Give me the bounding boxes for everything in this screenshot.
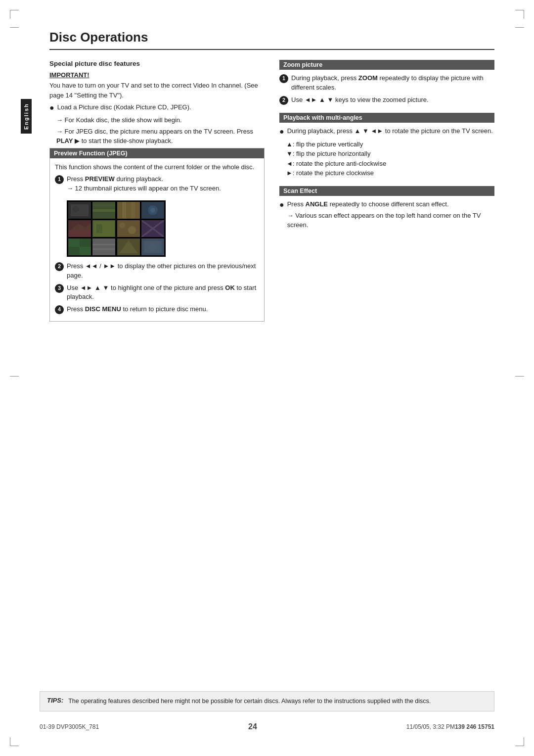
corner-mark-tl — [10, 10, 19, 19]
arrow-text-1: → For Kodak disc, the slide show will be… — [56, 116, 182, 125]
step1-arrow: → 12 thumbnail pictures will appear on t… — [67, 184, 221, 193]
preview-step1: 1 Press PREVIEW during playback. → 12 th… — [55, 175, 259, 195]
corner-mark-br — [515, 737, 524, 746]
page-wrapper: English Disc Operations Special picture … — [0, 0, 534, 756]
main-columns: Special picture disc features IMPORTANT!… — [49, 60, 494, 327]
svg-rect-6 — [117, 202, 140, 219]
corner-mark-tr — [515, 10, 524, 19]
side-mark-left-top — [10, 27, 19, 28]
thumbnail-grid — [67, 200, 166, 257]
svg-rect-4 — [92, 209, 115, 212]
svg-point-11 — [150, 208, 155, 213]
thumb-4 — [141, 202, 164, 219]
section-special-header: Special picture disc features — [49, 60, 265, 67]
step4-circle: 4 — [55, 305, 64, 314]
scan-arrow1: → Various scan effect appears on the top… — [287, 211, 494, 230]
zoom-step1: 1 During playback, press ZOOM repeatedly… — [279, 74, 494, 93]
preview-step3: 3 Use ◄► ▲ ▼ to highlight one of the pic… — [55, 284, 259, 302]
svg-rect-25 — [68, 238, 80, 247]
svg-rect-27 — [92, 238, 115, 255]
multiangle-sub1: ▲: flip the picture vertically — [286, 140, 494, 149]
thumb-5 — [68, 220, 91, 237]
bullet-item-1: ● Load a Picture disc (Kodak Picture CD,… — [49, 103, 265, 113]
svg-rect-7 — [122, 202, 126, 219]
footer: 01-39 DVP3005K_781 24 11/05/05, 3:32 PM1… — [40, 722, 494, 731]
side-mark-left-mid — [10, 376, 19, 377]
scan-arrow-text: → Various scan effect appears on the top… — [287, 211, 494, 230]
svg-rect-28 — [92, 244, 115, 245]
step1-bold: PREVIEW — [85, 175, 115, 183]
svg-point-2 — [72, 206, 79, 213]
preview-function-section: Preview Function (JPEG) This function sh… — [49, 148, 265, 322]
step3-circle: 3 — [55, 284, 64, 293]
footer-left: 01-39 DVP3005K_781 — [40, 723, 99, 730]
arrow-item-1: → For Kodak disc, the slide show will be… — [56, 116, 265, 125]
left-column: Special picture disc features IMPORTANT!… — [49, 60, 265, 327]
scan-bullet-dot: ● — [279, 199, 284, 210]
step2-text: Press ◄◄ / ►► to display the other pictu… — [67, 262, 259, 281]
preview-desc: This function shows the content of the c… — [55, 162, 259, 172]
arrow-item-2: → For JPEG disc, the picture menu appear… — [56, 127, 265, 146]
zoom-step2-circle: 2 — [279, 96, 288, 105]
multiangle-sub4: ►: rotate the picture clockwise — [286, 168, 494, 178]
multiangle-bullet-dot: ● — [279, 126, 284, 137]
preview-step4: 4 Press DISC MENU to return to picture d… — [55, 305, 259, 314]
step1-suffix: during playback. — [115, 175, 163, 183]
sidebar-english-label: English — [21, 99, 32, 134]
important-text: You have to turn on your TV and set to t… — [49, 81, 265, 100]
svg-rect-17 — [96, 224, 102, 233]
bullet-text-1: Load a Picture disc (Kodak Picture CD, J… — [57, 103, 191, 112]
preview-step2: 2 Press ◄◄ / ►► to display the other pic… — [55, 262, 259, 281]
thumb-6 — [92, 220, 115, 237]
thumb-8 — [141, 220, 164, 237]
svg-rect-5 — [92, 204, 115, 206]
tips-label: TIPS: — [47, 697, 63, 704]
multiangle-sub-list: ▲: flip the picture vertically ▼: flip t… — [286, 140, 494, 178]
multiangle-sub2: ▼: flip the picture horizontally — [286, 149, 494, 159]
multiangle-sub3: ◄: rotate the picture anti-clockwise — [286, 159, 494, 169]
scan-bullet1: ● Press ANGLE repeatedly to choose diffe… — [279, 200, 494, 232]
thumb-2 — [92, 202, 115, 219]
svg-rect-8 — [131, 202, 135, 219]
important-label: IMPORTANT! — [49, 71, 265, 79]
zoom-step1-text: During playback, press ZOOM repeatedly t… — [291, 74, 494, 93]
step3-text: Use ◄► ▲ ▼ to highlight one of the pictu… — [67, 284, 259, 302]
footer-right: 11/05/05, 3:32 PM139 246 15751 — [406, 723, 494, 730]
multiangle-container: Playback with multi-angles ● During play… — [279, 113, 494, 178]
scan-bullet-text: Press ANGLE repeatedly to choose differe… — [287, 200, 494, 232]
svg-rect-26 — [80, 247, 91, 255]
step4-text: Press DISC MENU to return to picture dis… — [67, 305, 208, 314]
arrow-text-2: → For JPEG disc, the picture menu appear… — [56, 127, 265, 146]
scan-header: Scan Effect — [279, 186, 494, 196]
multiangle-bullet-text: During playback, press ▲ ▼ ◄► to rotate … — [287, 127, 493, 136]
corner-mark-bl — [10, 737, 19, 746]
multiangle-header: Playback with multi-angles — [279, 113, 494, 123]
svg-rect-13 — [68, 230, 91, 237]
tips-text: The operating features described here mi… — [68, 697, 431, 706]
bullet-dot-1: ● — [49, 102, 54, 113]
zoom-section-header: Zoom picture — [279, 60, 494, 70]
thumb-11 — [117, 238, 140, 255]
thumb-10 — [92, 238, 115, 255]
svg-point-34 — [149, 243, 157, 251]
right-column: Zoom picture 1 During playback, press ZO… — [279, 60, 494, 327]
thumb-7 — [117, 220, 140, 237]
thumb-9 — [68, 238, 91, 255]
side-mark-right-mid — [515, 376, 524, 377]
step1-circle: 1 — [55, 175, 64, 184]
scan-container: Scan Effect ● Press ANGLE repeatedly to … — [279, 186, 494, 232]
page-title: Disc Operations — [49, 30, 494, 50]
thumb-12 — [141, 238, 164, 255]
zoom-step1-circle: 1 — [279, 74, 288, 83]
svg-rect-29 — [92, 248, 115, 250]
thumb-1 — [68, 202, 91, 219]
tips-box: TIPS: The operating features described h… — [40, 691, 494, 711]
footer-numbers: 139 246 15751 — [455, 723, 494, 730]
svg-point-20 — [128, 226, 136, 234]
side-mark-right-top — [515, 27, 524, 28]
thumb-3 — [117, 202, 140, 219]
step1-arrow-text: → 12 thumbnail pictures will appear on t… — [67, 184, 221, 193]
zoom-step2: 2 Use ◄► ▲ ▼ keys to view the zoomed pic… — [279, 95, 494, 105]
multiangle-bullet1: ● During playback, press ▲ ▼ ◄► to rotat… — [279, 127, 494, 137]
svg-point-19 — [119, 222, 125, 228]
